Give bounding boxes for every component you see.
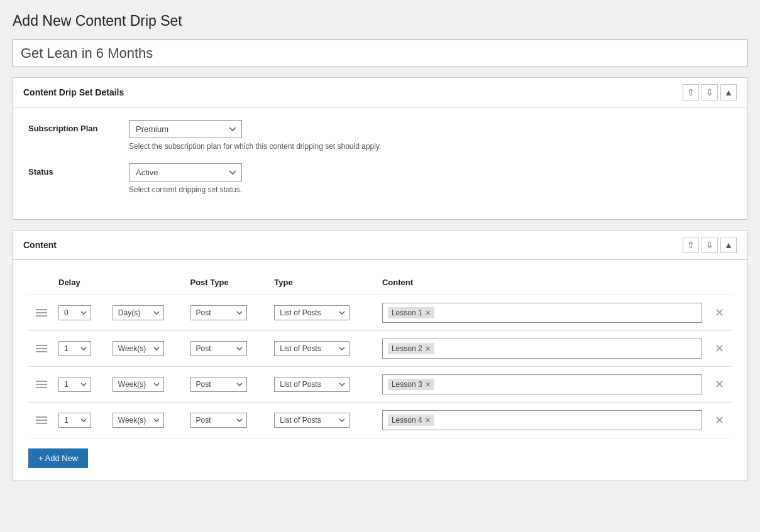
type-select[interactable]: List of PostsSingle Post xyxy=(274,305,350,320)
delay-num-select[interactable]: 01234567 xyxy=(58,377,91,392)
table-row: 01234567Day(s)Week(s)Month(s)PostPageLes… xyxy=(28,367,732,403)
delay-unit-select[interactable]: Day(s)Week(s)Month(s) xyxy=(113,413,164,428)
page-title: Add New Content Drip Set xyxy=(13,13,747,30)
content-tags[interactable]: Lesson 3✕ xyxy=(382,374,702,394)
drag-handle[interactable] xyxy=(28,295,53,331)
tag: Lesson 3✕ xyxy=(388,379,434,390)
subscription-plan-field: Premium Basic Free Select the subscripti… xyxy=(129,120,732,151)
post-type-cell: PostPageLesson xyxy=(185,403,270,438)
tag-remove-button[interactable]: ✕ xyxy=(425,310,431,317)
content-tags[interactable]: Lesson 2✕ xyxy=(382,339,702,359)
delay-unit-cell: Day(s)Week(s)Month(s) xyxy=(107,295,185,331)
tag-label: Lesson 3 xyxy=(392,380,422,389)
col-type: Type xyxy=(269,273,377,295)
content-cell[interactable]: Lesson 2✕ xyxy=(377,331,707,367)
details-panel-toggle-btn[interactable]: ▲ xyxy=(720,84,737,100)
delay-num-select[interactable]: 01234567 xyxy=(58,305,91,320)
remove-cell: ✕ xyxy=(707,295,732,331)
tag: Lesson 2✕ xyxy=(388,343,434,354)
col-delay-unit xyxy=(107,273,185,295)
status-field: Active Inactive Select content dripping … xyxy=(129,163,732,194)
post-type-select[interactable]: PostPageLesson xyxy=(190,377,247,392)
col-delay: Delay xyxy=(53,273,107,295)
drag-handle[interactable] xyxy=(28,403,53,438)
post-type-select[interactable]: PostPageLesson xyxy=(190,305,247,320)
subscription-plan-label: Subscription Plan xyxy=(28,120,129,133)
delay-num-cell: 01234567 xyxy=(53,331,107,367)
remove-row-button[interactable]: ✕ xyxy=(712,303,727,322)
col-post-type: Post Type xyxy=(185,273,270,295)
content-table: Delay Post Type Type Content 01234567Day… xyxy=(28,273,732,438)
content-cell[interactable]: Lesson 3✕ xyxy=(377,367,707,403)
title-input[interactable] xyxy=(13,40,747,67)
delay-num-cell: 01234567 xyxy=(53,367,107,403)
status-hint: Select content dripping set status. xyxy=(129,185,732,194)
status-select[interactable]: Active Inactive xyxy=(129,163,242,182)
content-panel-controls: ⇧ ⇩ ▲ xyxy=(683,237,737,253)
subscription-plan-hint: Select the subscription plan for which t… xyxy=(129,142,732,151)
content-tags[interactable]: Lesson 1✕ xyxy=(382,303,702,323)
post-type-cell: PostPageLesson xyxy=(185,367,270,403)
table-row: 01234567Day(s)Week(s)Month(s)PostPageLes… xyxy=(28,295,732,331)
status-label: Status xyxy=(28,163,129,176)
add-new-button[interactable]: + Add New xyxy=(28,448,88,468)
col-content: Content xyxy=(377,273,707,295)
type-cell: List of PostsSingle Post xyxy=(269,403,377,438)
content-panel-body: Delay Post Type Type Content 01234567Day… xyxy=(13,260,747,480)
details-panel-down-btn[interactable]: ⇩ xyxy=(702,84,718,100)
remove-cell: ✕ xyxy=(707,403,732,438)
tag-label: Lesson 2 xyxy=(392,344,422,353)
col-remove xyxy=(707,273,732,295)
type-select[interactable]: List of PostsSingle Post xyxy=(274,341,350,356)
drag-handle[interactable] xyxy=(28,331,53,367)
delay-num-select[interactable]: 01234567 xyxy=(58,413,91,428)
status-row: Status Active Inactive Select content dr… xyxy=(28,163,732,194)
content-panel-toggle-btn[interactable]: ▲ xyxy=(720,237,737,253)
tag-remove-button[interactable]: ✕ xyxy=(425,417,431,424)
tag-remove-button[interactable]: ✕ xyxy=(425,381,431,388)
remove-cell: ✕ xyxy=(707,367,732,403)
details-panel-body: Subscription Plan Premium Basic Free Sel… xyxy=(13,107,747,219)
content-panel-up-btn[interactable]: ⇧ xyxy=(683,237,699,253)
subscription-plan-row: Subscription Plan Premium Basic Free Sel… xyxy=(28,120,732,151)
subscription-plan-select[interactable]: Premium Basic Free xyxy=(129,120,242,138)
delay-unit-select[interactable]: Day(s)Week(s)Month(s) xyxy=(113,341,164,356)
delay-unit-cell: Day(s)Week(s)Month(s) xyxy=(107,367,185,403)
details-panel-up-btn[interactable]: ⇧ xyxy=(683,84,699,100)
post-type-select[interactable]: PostPageLesson xyxy=(190,341,247,356)
table-row: 01234567Day(s)Week(s)Month(s)PostPageLes… xyxy=(28,331,732,367)
tag: Lesson 4✕ xyxy=(388,415,434,426)
post-type-select[interactable]: PostPageLesson xyxy=(190,413,247,428)
content-panel-header: Content ⇧ ⇩ ▲ xyxy=(13,231,747,260)
content-tags[interactable]: Lesson 4✕ xyxy=(382,410,702,430)
table-row: 01234567Day(s)Week(s)Month(s)PostPageLes… xyxy=(28,403,732,438)
type-cell: List of PostsSingle Post xyxy=(269,295,377,331)
remove-row-button[interactable]: ✕ xyxy=(712,411,727,430)
tag-label: Lesson 4 xyxy=(392,416,422,425)
details-panel-controls: ⇧ ⇩ ▲ xyxy=(683,84,737,100)
details-panel: Content Drip Set Details ⇧ ⇩ ▲ Subscript… xyxy=(13,77,747,220)
delay-unit-cell: Day(s)Week(s)Month(s) xyxy=(107,331,185,367)
delay-num-cell: 01234567 xyxy=(53,403,107,438)
col-drag xyxy=(28,273,53,295)
post-type-cell: PostPageLesson xyxy=(185,331,270,367)
drag-handle[interactable] xyxy=(28,367,53,403)
remove-cell: ✕ xyxy=(707,331,732,367)
remove-row-button[interactable]: ✕ xyxy=(712,339,727,358)
delay-num-cell: 01234567 xyxy=(53,295,107,331)
content-cell[interactable]: Lesson 4✕ xyxy=(377,403,707,438)
details-panel-title: Content Drip Set Details xyxy=(23,87,124,97)
type-select[interactable]: List of PostsSingle Post xyxy=(274,377,350,392)
tag-remove-button[interactable]: ✕ xyxy=(425,345,431,352)
delay-num-select[interactable]: 01234567 xyxy=(58,341,91,356)
remove-row-button[interactable]: ✕ xyxy=(712,375,727,394)
type-select[interactable]: List of PostsSingle Post xyxy=(274,413,350,428)
details-panel-header: Content Drip Set Details ⇧ ⇩ ▲ xyxy=(13,78,747,107)
delay-unit-cell: Day(s)Week(s)Month(s) xyxy=(107,403,185,438)
content-panel: Content ⇧ ⇩ ▲ Delay Post Type Type Conte… xyxy=(13,230,747,481)
delay-unit-select[interactable]: Day(s)Week(s)Month(s) xyxy=(113,305,164,320)
delay-unit-select[interactable]: Day(s)Week(s)Month(s) xyxy=(113,377,164,392)
content-panel-down-btn[interactable]: ⇩ xyxy=(702,237,718,253)
content-cell[interactable]: Lesson 1✕ xyxy=(377,295,707,331)
tag: Lesson 1✕ xyxy=(388,307,434,318)
